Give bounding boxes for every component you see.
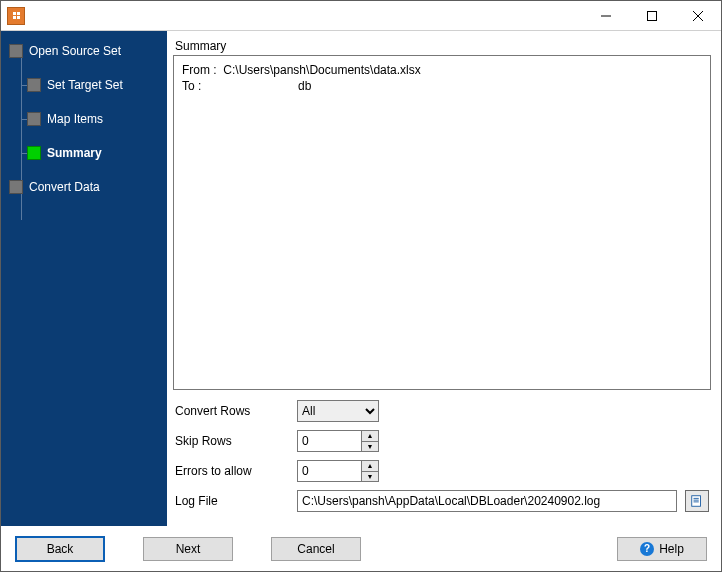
button-label: Help xyxy=(659,542,684,556)
sidebar-item-label: Convert Data xyxy=(29,180,100,194)
help-button[interactable]: ? Help xyxy=(617,537,707,561)
summary-text: From : C:\Users\pansh\Documents\data.xls… xyxy=(173,55,711,390)
row-convert-rows: Convert Rows All xyxy=(175,400,709,422)
button-label: Cancel xyxy=(297,542,334,556)
spin-up-icon[interactable]: ▲ xyxy=(362,461,378,472)
step-box-icon xyxy=(27,78,41,92)
summary-to-label: To : xyxy=(182,79,201,93)
label-convert-rows: Convert Rows xyxy=(175,404,297,418)
label-skip-rows: Skip Rows xyxy=(175,434,297,448)
step-box-icon xyxy=(27,112,41,126)
window-controls xyxy=(583,1,721,31)
summary-from-label: From : xyxy=(182,63,217,77)
label-errors-to-allow: Errors to allow xyxy=(175,464,297,478)
maximize-button[interactable] xyxy=(629,1,675,31)
wizard-sidebar: Open Source Set Set Target Set Map Items… xyxy=(1,31,167,526)
file-browse-icon xyxy=(690,494,704,508)
browse-log-file-button[interactable] xyxy=(685,490,709,512)
help-icon: ? xyxy=(640,542,654,556)
spin-down-icon[interactable]: ▼ xyxy=(362,472,378,482)
step-box-icon xyxy=(9,180,23,194)
titlebar xyxy=(1,1,721,31)
minimize-button[interactable] xyxy=(583,1,629,31)
cancel-button[interactable]: Cancel xyxy=(271,537,361,561)
sidebar-item-label: Open Source Set xyxy=(29,44,121,58)
summary-to-value: db xyxy=(298,79,311,93)
combo-convert-rows[interactable]: All xyxy=(297,400,379,422)
button-label: Back xyxy=(47,542,74,556)
row-errors-to-allow: Errors to allow ▲ ▼ xyxy=(175,460,709,482)
step-box-icon xyxy=(9,44,23,58)
spinner-skip-rows: ▲ ▼ xyxy=(297,430,379,452)
sidebar-item-label: Summary xyxy=(47,146,102,160)
spin-up-icon[interactable]: ▲ xyxy=(362,431,378,442)
row-log-file: Log File xyxy=(175,490,709,512)
close-button[interactable] xyxy=(675,1,721,31)
sidebar-item-summary[interactable]: Summary xyxy=(27,143,163,163)
app-icon xyxy=(7,7,25,25)
sidebar-item-convert-data[interactable]: Convert Data xyxy=(9,177,163,197)
row-skip-rows: Skip Rows ▲ ▼ xyxy=(175,430,709,452)
input-errors-to-allow[interactable] xyxy=(297,460,361,482)
wizard-buttons: Back Next Cancel ? Help xyxy=(1,526,721,571)
titlebar-left xyxy=(1,7,31,25)
sidebar-item-label: Map Items xyxy=(47,112,103,126)
summary-from-value: C:\Users\pansh\Documents\data.xlsx xyxy=(223,63,420,77)
sidebar-item-set-target-set[interactable]: Set Target Set xyxy=(27,75,163,95)
input-skip-rows[interactable] xyxy=(297,430,361,452)
step-box-icon xyxy=(27,146,41,160)
spin-down-icon[interactable]: ▼ xyxy=(362,442,378,452)
back-button[interactable]: Back xyxy=(15,536,105,562)
svg-rect-4 xyxy=(692,496,701,507)
next-button[interactable]: Next xyxy=(143,537,233,561)
form-area: Convert Rows All Skip Rows ▲ ▼ Errors to… xyxy=(173,390,711,526)
client-area: Open Source Set Set Target Set Map Items… xyxy=(1,31,721,526)
sidebar-item-label: Set Target Set xyxy=(47,78,123,92)
svg-rect-1 xyxy=(648,11,657,20)
sidebar-item-open-source-set[interactable]: Open Source Set xyxy=(9,41,163,61)
label-log-file: Log File xyxy=(175,494,297,508)
spinner-errors-to-allow: ▲ ▼ xyxy=(297,460,379,482)
summary-header: Summary xyxy=(173,37,711,55)
button-label: Next xyxy=(176,542,201,556)
input-log-file[interactable] xyxy=(297,490,677,512)
content-area: Summary From : C:\Users\pansh\Documents\… xyxy=(167,31,721,526)
sidebar-item-map-items[interactable]: Map Items xyxy=(27,109,163,129)
